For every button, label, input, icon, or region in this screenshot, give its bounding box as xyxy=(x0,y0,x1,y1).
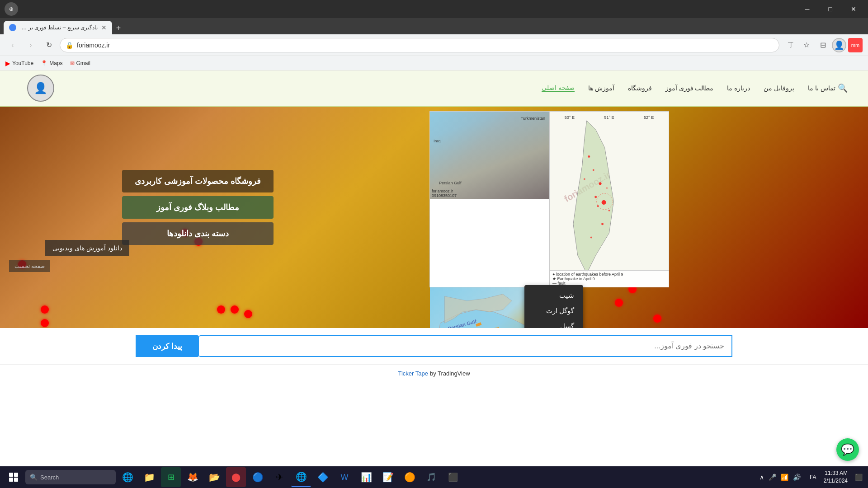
search-input[interactable] xyxy=(199,335,732,357)
context-menu-item-google-earth[interactable]: گوگل ارت xyxy=(524,303,583,319)
svg-point-11 xyxy=(597,205,599,207)
forward-button[interactable]: › xyxy=(24,38,38,52)
nav-about[interactable]: مطالب فوری آموز xyxy=(665,84,714,92)
logo-icon: 👤 xyxy=(34,82,47,94)
map-seismic-detail: 50° E 51° E 52° E foriamooz.ir xyxy=(549,112,669,287)
svg-point-7 xyxy=(601,223,604,225)
taskbar-system-tray: ∧ 🎤 📶 🔊 FA 11:33 AM 2/11/2024 ⬛ xyxy=(754,469,864,485)
bookmark-youtube[interactable]: ▶ YouTube xyxy=(5,60,33,67)
tab-close-button[interactable]: ✕ xyxy=(101,24,107,31)
taskbar-notes-icon[interactable]: 📝 xyxy=(378,467,398,487)
system-clock[interactable]: 11:33 AM 2/11/2024 xyxy=(820,469,851,485)
nav-bar: ‹ › ↻ 🔒 foriamooz.ir 𝕋 ☆ ⊟ 👤 mm xyxy=(0,34,868,56)
address-bar[interactable]: 🔒 foriamooz.ir xyxy=(60,38,779,52)
nav-home[interactable]: صفحه اصلی xyxy=(542,84,575,92)
search-section: پیدا کردن xyxy=(0,328,868,364)
nav-shop[interactable]: فروشگاه xyxy=(628,84,652,92)
svg-point-2 xyxy=(588,155,590,158)
blog-card-button[interactable]: مطالب وبلاگ فوری آموز xyxy=(122,196,274,219)
taskbar-app3-icon[interactable]: 🔷 xyxy=(313,467,333,487)
svg-point-4 xyxy=(599,182,602,185)
taskbar-word-icon[interactable]: W xyxy=(335,467,354,487)
download-card-button[interactable]: دسته بندی دانلودها xyxy=(122,222,274,245)
maps-icon: 📍 xyxy=(41,60,47,66)
close-button[interactable]: ✕ xyxy=(843,0,863,18)
video-label[interactable]: دانلود آموزش های ویدیویی xyxy=(45,240,129,256)
ticker-suffix: by TradingView xyxy=(430,370,470,377)
map-svg xyxy=(550,112,669,287)
taskbar-telegram-icon[interactable]: ✈ xyxy=(269,467,289,487)
site-logo: 👤 xyxy=(27,75,54,102)
map-satellite: foriamooz.ir09108350107 Turkmenistan Ira… xyxy=(430,112,549,199)
taskbar-search-label: Search xyxy=(40,474,59,481)
map-coord-label: foriamooz.ir09108350107 xyxy=(432,189,457,198)
search-button[interactable]: پیدا کردن xyxy=(136,335,199,357)
active-tab[interactable]: یادگیری سریع – تسلط فوری بر مو... ✕ xyxy=(4,21,112,34)
map-iraq-label: Iraq xyxy=(434,139,441,143)
start-button[interactable] xyxy=(4,467,24,487)
seismic-dot xyxy=(217,305,225,314)
taskbar-cortana-icon[interactable]: 🌐 xyxy=(118,467,137,487)
profile-avatar: 👤 xyxy=(834,40,844,50)
tray-notification-icon[interactable]: ⬛ xyxy=(853,473,864,482)
taskbar-firefox-icon[interactable]: 🦊 xyxy=(183,467,203,487)
clock-date: 2/11/2024 xyxy=(824,477,848,485)
language-indicator[interactable]: FA xyxy=(808,474,818,480)
bookmark-maps[interactable]: 📍 Maps xyxy=(41,60,62,66)
svg-point-5 xyxy=(594,196,597,198)
bookmark-maps-label: Maps xyxy=(49,60,62,66)
minimize-button[interactable]: ─ xyxy=(797,0,817,18)
context-menu: شیب گوگل ارت گسل xyxy=(524,285,583,328)
svg-point-6 xyxy=(609,210,610,211)
taskbar-app4-icon[interactable]: 📊 xyxy=(356,467,376,487)
tray-volume-icon[interactable]: 🔊 xyxy=(791,473,802,482)
taskbar-excel-icon[interactable]: ⊞ xyxy=(161,467,181,487)
ticker-tape-link[interactable]: Ticker Tape xyxy=(398,370,428,377)
taskbar-search-icon: 🔍 xyxy=(30,474,38,481)
site-search-button[interactable]: 🔍 xyxy=(835,81,850,95)
taskbar-browser2-icon[interactable]: 🟠 xyxy=(400,467,420,487)
window-controls: ─ □ ✕ xyxy=(797,0,863,18)
nav-contact[interactable]: تماس با ما xyxy=(808,84,835,92)
taskbar-folder-icon[interactable]: 📂 xyxy=(204,467,224,487)
tray-mic-icon[interactable]: 🎤 xyxy=(767,473,778,482)
translate-button[interactable]: 𝕋 xyxy=(783,38,797,52)
site-header: 🔍 تماس با ما پروفایل من درباره ما مطالب … xyxy=(0,70,868,107)
taskbar-search[interactable]: 🔍 Search xyxy=(25,470,116,484)
nav-training[interactable]: آموزش ها xyxy=(588,84,614,92)
sidebar-button[interactable]: ⊟ xyxy=(816,38,830,52)
profile-button[interactable]: 👤 xyxy=(832,38,846,52)
shop-card-button[interactable]: فروشگاه محصولات آموزشی کاربردی xyxy=(122,170,274,192)
nav-urgent[interactable]: درباره ما xyxy=(727,84,750,92)
nav-profile[interactable]: پروفایل من xyxy=(764,84,794,92)
hero-section: فروشگاه محصولات آموزشی کاربردی مطالب وبل… xyxy=(0,107,868,328)
bookmark-gmail-label: Gmail xyxy=(76,60,90,66)
map-satellite-overlay xyxy=(430,112,549,199)
location-label: صفحه نخست xyxy=(9,260,50,272)
taskbar-app5-icon[interactable]: 🎵 xyxy=(421,467,441,487)
nav-icons: 𝕋 ☆ ⊟ 👤 mm xyxy=(783,38,863,52)
taskbar-app2-icon[interactable]: 🔵 xyxy=(248,467,268,487)
taskbar-chrome-icon[interactable]: 🌐 xyxy=(291,467,311,487)
tab-title: یادگیری سریع – تسلط فوری بر مو... xyxy=(20,24,98,31)
tray-up-arrow[interactable]: ∧ xyxy=(758,473,766,482)
whatsapp-button[interactable]: 💬 xyxy=(836,438,859,461)
tray-wifi-icon[interactable]: 📶 xyxy=(779,473,790,482)
bookmark-star-button[interactable]: ☆ xyxy=(799,38,814,52)
bookmark-youtube-label: YouTube xyxy=(12,60,33,66)
seismic-dot xyxy=(231,305,239,314)
taskbar-file-explorer-icon[interactable]: 📁 xyxy=(139,467,159,487)
context-menu-item-share[interactable]: شیب xyxy=(524,288,583,303)
back-button[interactable]: ‹ xyxy=(5,38,20,52)
taskbar: 🔍 Search 🌐 📁 ⊞ 🦊 📂 ⬤ 🔵 ✈ 🌐 🔷 W 📊 📝 🟠 🎵 ⬛… xyxy=(0,466,868,488)
extensions-button[interactable]: mm xyxy=(848,38,863,52)
refresh-button[interactable]: ↻ xyxy=(42,38,56,52)
bookmark-gmail[interactable]: ✉ Gmail xyxy=(70,60,90,66)
taskbar-app1-icon[interactable]: ⬤ xyxy=(226,467,246,487)
taskbar-app6-icon[interactable]: ⬛ xyxy=(443,467,463,487)
context-menu-item-fault[interactable]: گسل xyxy=(524,319,583,328)
seismic-dot xyxy=(41,305,49,314)
new-tab-button[interactable]: + xyxy=(112,22,125,34)
maximize-button[interactable]: □ xyxy=(820,0,840,18)
map-overlay: foriamooz.ir09108350107 Turkmenistan Ira… xyxy=(429,111,669,287)
